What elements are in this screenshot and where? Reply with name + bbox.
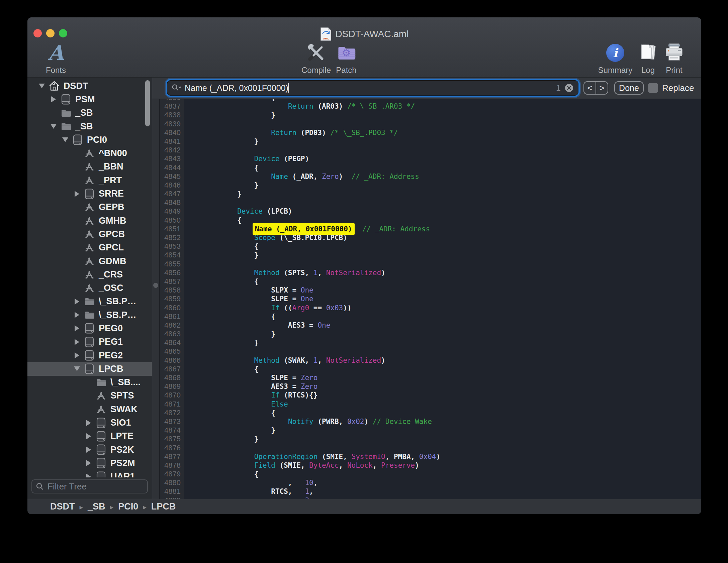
line-number: 4870: [160, 391, 184, 400]
tree-item-bn00[interactable]: ^BN00: [27, 146, 152, 160]
code-line: If ((Arg0 == 0x03)): [203, 304, 701, 312]
line-number: 4860: [160, 304, 184, 312]
breadcrumb-item[interactable]: DSDT: [50, 501, 75, 512]
tree-item-bbn[interactable]: _BBN: [27, 160, 152, 174]
code-line: Scope (\_SB.PCI0.LPCB): [203, 233, 701, 242]
code-line: [203, 120, 701, 128]
tree-item-label: GPCL: [99, 242, 124, 253]
tree-item-srre[interactable]: SRRE: [27, 187, 152, 200]
replace-checkbox[interactable]: [648, 83, 658, 93]
tree-item-sbp[interactable]: \_SB.P…: [27, 295, 152, 308]
chevron-right-icon[interactable]: [73, 299, 81, 305]
sidebar-scrollbar[interactable]: [145, 80, 150, 126]
tree-item-sbp[interactable]: \_SB.P…: [27, 308, 152, 322]
chevron-right-icon[interactable]: [84, 474, 93, 477]
tree-item-sb[interactable]: _SB: [27, 120, 152, 133]
tree-item-uar1[interactable]: UAR1: [27, 470, 152, 477]
device-icon-wrap: [72, 134, 84, 145]
folder-icon: [84, 296, 95, 307]
toolbar-item-patch[interactable]: ⚙ Patch: [325, 41, 368, 75]
tree-item-lpte[interactable]: LPTE: [27, 430, 152, 443]
chevron-down-icon[interactable]: [49, 124, 58, 129]
find-next-button[interactable]: >: [596, 82, 608, 94]
method-icon: [84, 175, 95, 186]
code-line: Method (SPTS, 1, NotSerialized): [203, 268, 701, 277]
clear-search-icon[interactable]: [564, 83, 574, 93]
document-icon: AML: [320, 27, 332, 41]
search-menu-icon[interactable]: [171, 84, 181, 92]
chevron-right-icon[interactable]: [73, 191, 81, 197]
chevron-right-icon[interactable]: [84, 447, 93, 453]
find-previous-button[interactable]: <: [584, 82, 596, 94]
chevron-right-icon[interactable]: [73, 312, 81, 318]
chevron-right-icon[interactable]: [73, 325, 81, 331]
tree-item-sb[interactable]: \_SB....: [27, 376, 152, 389]
tree-item-ps2m[interactable]: PS2M: [27, 456, 152, 470]
breadcrumb-item[interactable]: PCI0: [118, 501, 138, 512]
code-line: Field (SMIE, ByteAcc, NoLock, Preserve): [203, 461, 701, 470]
tree-item-sb[interactable]: _SB: [27, 106, 152, 120]
line-number: 4862: [160, 321, 184, 330]
device-icon-wrap: [83, 336, 95, 348]
line-number: 4877: [160, 452, 184, 461]
search-input[interactable]: Name (_ADR, 0x001F0000) 1: [167, 81, 578, 95]
device-icon: [72, 134, 83, 145]
chevron-right-icon[interactable]: [49, 96, 58, 102]
code-line: }: [203, 181, 701, 190]
chevron-right-icon[interactable]: [84, 433, 93, 439]
breadcrumb-item[interactable]: _SB: [88, 501, 105, 512]
code-line: {: [203, 470, 701, 478]
method-icon-wrap: [83, 148, 95, 158]
done-button[interactable]: Done: [614, 81, 644, 95]
code-area[interactable]: { Return (AR03) /* \_SB_.AR03 */ } Retur…: [184, 99, 701, 499]
method-icon: [84, 269, 95, 280]
device-icon-wrap: [95, 444, 107, 455]
tree-item-peg0[interactable]: PEG0: [27, 322, 152, 335]
code-line: Return (AR03) /* \_SB_.AR03 */: [203, 102, 701, 111]
tree-item-gdmb[interactable]: GDMB: [27, 254, 152, 268]
tree-item-gpcb[interactable]: GPCB: [27, 227, 152, 241]
tree-item-dsdt[interactable]: DSDT: [27, 79, 152, 93]
chevron-right-icon[interactable]: [73, 339, 81, 345]
tree-item-osc[interactable]: _OSC: [27, 281, 152, 295]
breadcrumb-bar: DSDT ▸ _SB ▸ PCI0 ▸ LPCB: [27, 499, 701, 514]
tree-item-ps2k[interactable]: PS2K: [27, 443, 152, 456]
tree-item-gmhb[interactable]: GMHB: [27, 214, 152, 227]
tree-item-peg1[interactable]: PEG1: [27, 335, 152, 349]
code-line: }: [203, 426, 701, 435]
toolbar-item-print[interactable]: Print: [652, 41, 696, 75]
window-title: DSDT-AWAC.aml: [336, 29, 409, 39]
chevron-right-icon[interactable]: [84, 420, 93, 426]
code-line: SLPX = One: [203, 286, 701, 295]
device-icon: [95, 444, 107, 455]
tree-item-sio1[interactable]: SIO1: [27, 416, 152, 429]
split-handle-icon[interactable]: [153, 283, 158, 288]
tree-item-gepb[interactable]: GEPB: [27, 201, 152, 214]
method-icon-wrap: [83, 161, 95, 172]
tree-item-crs[interactable]: _CRS: [27, 268, 152, 281]
chevron-right-icon[interactable]: [84, 460, 93, 466]
code-line: }: [203, 251, 701, 259]
tree-item-pci0[interactable]: PCI0: [27, 133, 152, 146]
toolbar-item-fonts[interactable]: A Fonts: [34, 41, 78, 75]
tree-item-prt[interactable]: _PRT: [27, 174, 152, 187]
tree-item-swak[interactable]: SWAK: [27, 403, 152, 416]
method-icon-wrap: [83, 242, 95, 253]
toolbar-label: Patch: [325, 66, 368, 75]
tree-item-psm[interactable]: PSM: [27, 93, 152, 106]
chevron-right-icon[interactable]: [73, 352, 81, 358]
line-number: 4851: [160, 225, 184, 233]
tree-item-peg2[interactable]: PEG2: [27, 349, 152, 362]
code-line: {: [203, 365, 701, 373]
filter-tree-field[interactable]: Filter Tree: [31, 479, 148, 493]
breadcrumb-item[interactable]: LPCB: [151, 501, 176, 512]
tree-item-spts[interactable]: SPTS: [27, 389, 152, 403]
chevron-down-icon[interactable]: [73, 366, 81, 371]
folder-icon-wrap: [83, 309, 95, 321]
chevron-down-icon[interactable]: [37, 84, 46, 88]
code-line: Device (LPCB): [203, 207, 701, 216]
code-editor[interactable]: 4836483748384839484048414842484348444845…: [152, 99, 701, 499]
tree-item-lpcb[interactable]: LPCB: [27, 362, 152, 375]
chevron-down-icon[interactable]: [61, 137, 70, 142]
tree-item-gpcl[interactable]: GPCL: [27, 241, 152, 254]
